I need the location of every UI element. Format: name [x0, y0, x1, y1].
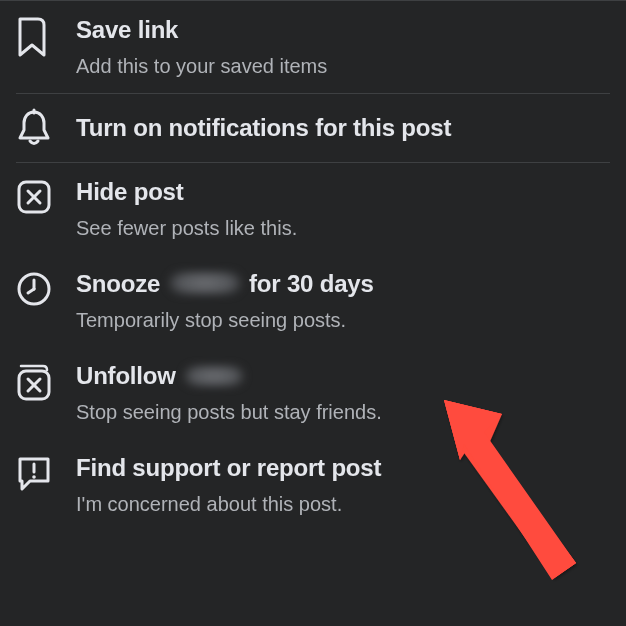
menu-item-report[interactable]: Find support or report post I'm concerne… [0, 439, 626, 531]
bookmark-icon [16, 15, 56, 57]
menu-item-title: Find support or report post [76, 453, 610, 483]
snooze-prefix: Snooze [76, 270, 160, 297]
menu-item-title: Save link [76, 15, 610, 45]
redacted-name [184, 366, 244, 386]
svg-point-11 [32, 475, 36, 479]
menu-item-hide-post[interactable]: Hide post See fewer posts like this. [0, 163, 626, 255]
x-box-icon [16, 177, 56, 215]
menu-item-subtitle: Temporarily stop seeing posts. [76, 307, 610, 333]
menu-item-title: Snooze for 30 days [76, 269, 610, 299]
menu-item-subtitle: Stop seeing posts but stay friends. [76, 399, 610, 425]
report-icon [16, 453, 56, 491]
menu-item-title: Hide post [76, 177, 610, 207]
menu-item-save-link[interactable]: Save link Add this to your saved items [0, 1, 626, 93]
clock-icon [16, 269, 56, 307]
menu-item-subtitle: See fewer posts like this. [76, 215, 610, 241]
svg-line-6 [28, 289, 34, 293]
unfollow-prefix: Unfollow [76, 362, 176, 389]
post-options-menu: Save link Add this to your saved items T… [0, 0, 626, 626]
snooze-suffix: for 30 days [249, 270, 374, 297]
bell-icon [16, 108, 56, 148]
menu-item-notifications[interactable]: Turn on notifications for this post [0, 94, 626, 162]
menu-item-snooze[interactable]: Snooze for 30 days Temporarily stop seei… [0, 255, 626, 347]
menu-item-subtitle: Add this to your saved items [76, 53, 610, 79]
unfollow-icon [16, 361, 56, 403]
redacted-name [169, 272, 241, 294]
menu-item-title: Unfollow [76, 361, 610, 391]
menu-item-unfollow[interactable]: Unfollow Stop seeing posts but stay frie… [0, 347, 626, 439]
menu-item-title: Turn on notifications for this post [76, 113, 610, 143]
menu-item-subtitle: I'm concerned about this post. [76, 491, 610, 517]
